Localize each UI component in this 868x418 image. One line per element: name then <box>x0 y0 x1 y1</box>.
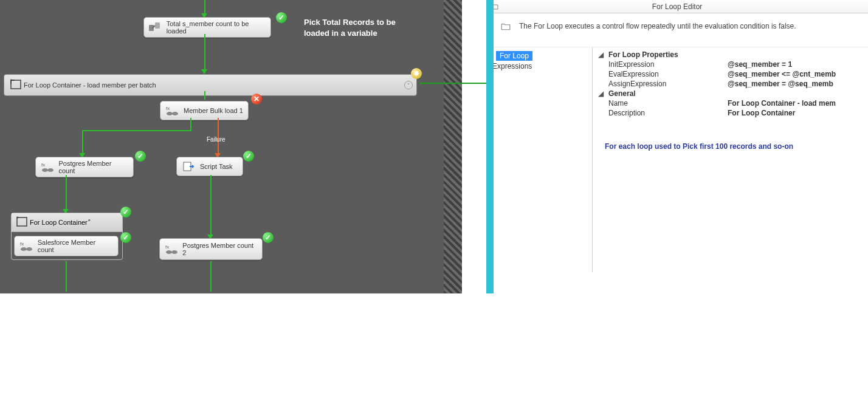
failure-constraint-label: Failure <box>207 136 226 143</box>
flow-arrow <box>190 118 191 130</box>
tree-item-expressions[interactable]: Expressions <box>486 61 592 72</box>
editor-description: The For Loop executes a control flow rep… <box>519 22 796 30</box>
flow-arrow <box>82 130 83 154</box>
warning-badge-icon: ✸ <box>411 68 422 79</box>
task-script-task[interactable]: Script Task <box>176 157 243 176</box>
container-label: For Loop Container - load member per bat… <box>24 81 156 89</box>
property-row-eval-expression[interactable]: EvalExpression @seq_member <= @cnt_memb <box>595 69 868 79</box>
success-badge-icon: ✓ <box>135 151 146 162</box>
property-row-init-expression[interactable]: InitExpression @seq_member = 1 <box>595 60 868 69</box>
task-member-bulk-load[interactable]: fx Member Bulk load 1 <box>160 101 249 120</box>
svg-point-7 <box>42 168 48 172</box>
property-section-header[interactable]: ◢ For Loop Properties <box>595 50 868 60</box>
svg-rect-10 <box>17 218 27 226</box>
property-key: Description <box>606 109 728 117</box>
svg-text:fx: fx <box>41 162 45 168</box>
success-badge-icon: ✓ <box>276 12 287 23</box>
task-label: Postgres Member count <box>59 160 129 174</box>
flow-arrow <box>210 175 212 236</box>
sql-task-icon: fx <box>164 242 179 256</box>
property-value[interactable]: @seq_member = @seq_memb <box>728 80 833 88</box>
property-section-header[interactable]: ◢ General <box>595 89 868 98</box>
sql-task-icon: fx <box>18 239 34 253</box>
for-loop-container-inner[interactable]: For Loop Container ˄ fx Salesforce Membe… <box>11 213 123 260</box>
collapse-triangle-icon[interactable]: ◢ <box>595 50 606 59</box>
svg-point-15 <box>166 250 172 254</box>
sql-task-icon: fx <box>40 160 55 174</box>
container-label: For Loop Container <box>30 219 88 226</box>
collapse-toggle-icon[interactable]: ˄ <box>88 219 91 227</box>
svg-point-13 <box>26 247 32 251</box>
canvas-edge-hatch <box>444 0 462 293</box>
annotation-text: Pick Total Records to be loaded in a var… <box>304 17 401 39</box>
task-label: Total s_member count to be loaded <box>167 20 266 35</box>
property-key: AssignExpression <box>606 80 728 88</box>
arrow-head-icon <box>201 69 207 74</box>
property-key: Name <box>606 99 728 108</box>
flow-arrow <box>66 261 67 292</box>
svg-text:fx: fx <box>20 241 24 247</box>
property-row-name[interactable]: Name For Loop Container - load mem <box>595 98 868 108</box>
svg-point-8 <box>47 168 53 172</box>
svg-point-4 <box>167 112 173 115</box>
task-postgres-member-count-2[interactable]: fx Postgres Member count 2 <box>159 238 263 260</box>
property-value[interactable]: @seq_member = 1 <box>728 60 792 69</box>
properties-grid[interactable]: ◢ For Loop Properties InitExpression @se… <box>593 47 868 272</box>
for-loop-editor-panel: For Loop Editor The For Loop executes a … <box>486 0 868 293</box>
editor-note-text: For each loop used to Pick first 100 rec… <box>595 118 868 151</box>
flow-arrow <box>204 34 205 70</box>
svg-rect-2 <box>11 80 21 89</box>
property-row-description[interactable]: Description For Loop Container <box>595 108 868 118</box>
success-badge-icon: ✓ <box>243 151 254 162</box>
task-label: Postgres Member count 2 <box>182 242 257 256</box>
flow-arrow <box>82 130 191 131</box>
svg-rect-1 <box>155 22 160 29</box>
svg-point-16 <box>171 250 177 254</box>
svg-text:fx: fx <box>166 106 170 111</box>
loop-container-icon <box>9 78 24 92</box>
loop-container-icon <box>15 216 30 229</box>
task-postgres-member-count[interactable]: fx Postgres Member count <box>35 157 134 177</box>
property-key: EvalExpression <box>606 70 728 78</box>
flow-arrow <box>66 175 67 210</box>
svg-point-12 <box>21 247 27 251</box>
property-value[interactable]: @seq_member <= @cnt_memb <box>728 70 836 78</box>
task-label: Script Task <box>200 163 233 170</box>
flow-arrow <box>204 0 205 15</box>
task-salesforce-member-count[interactable]: fx Salesforce Member count <box>14 236 119 256</box>
property-value[interactable]: For Loop Container <box>728 109 795 117</box>
success-badge-icon: ✓ <box>120 207 131 218</box>
collapse-triangle-icon[interactable]: ◢ <box>595 89 606 98</box>
editor-category-tree[interactable]: For Loop Expressions <box>486 47 593 272</box>
tree-item-for-loop[interactable]: For Loop <box>496 51 532 61</box>
task-label: Member Bulk load 1 <box>184 107 243 114</box>
task-label: Salesforce Member count <box>38 239 113 253</box>
editor-titlebar[interactable]: For Loop Editor <box>486 0 868 13</box>
task-total-member-count[interactable]: Total s_member count to be loaded <box>143 17 271 38</box>
svg-point-5 <box>172 112 178 115</box>
for-loop-container-outer[interactable]: For Loop Container - load member per bat… <box>4 74 417 96</box>
error-badge-icon: ✕ <box>251 94 262 104</box>
property-key: InitExpression <box>606 60 728 69</box>
property-row-assign-expression[interactable]: AssignExpression @seq_member = @seq_memb <box>595 79 868 89</box>
collapse-toggle-icon[interactable]: ˄ <box>404 81 413 89</box>
script-task-icon <box>181 160 196 173</box>
ssis-design-canvas[interactable]: Total s_member count to be loaded ✓ Pick… <box>0 0 462 293</box>
sql-task-icon <box>148 21 163 34</box>
flow-arrow <box>204 91 205 100</box>
folder-icon <box>501 22 511 32</box>
editor-left-border <box>486 0 494 293</box>
sql-task-icon: fx <box>164 104 180 117</box>
success-badge-icon: ✓ <box>120 232 131 243</box>
success-badge-icon: ✓ <box>263 232 274 243</box>
svg-text:fx: fx <box>165 244 169 250</box>
editor-description-bar: The For Loop executes a control flow rep… <box>486 13 868 47</box>
editor-title: For Loop Editor <box>652 2 703 11</box>
property-value[interactable]: For Loop Container - load mem <box>728 99 836 108</box>
flow-arrow <box>210 261 212 292</box>
